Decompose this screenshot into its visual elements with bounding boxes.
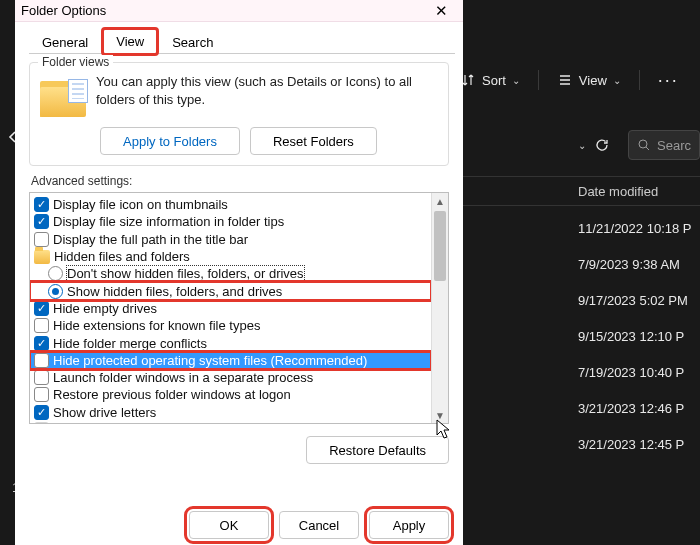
scroll-thumb[interactable] bbox=[434, 211, 446, 281]
refresh-button[interactable] bbox=[594, 132, 610, 158]
advanced-settings-box: Display file icon on thumbnails Display … bbox=[29, 192, 449, 424]
reset-folders-button[interactable]: Reset Folders bbox=[250, 127, 377, 155]
opt-full-path-title[interactable]: Display the full path in the title bar bbox=[30, 231, 431, 248]
ok-button[interactable]: OK bbox=[189, 511, 269, 539]
radio-icon[interactable] bbox=[48, 284, 63, 299]
folder-options-dialog: Folder Options ✕ General View Search Fol… bbox=[15, 0, 463, 545]
sort-label: Sort bbox=[482, 73, 506, 88]
checkbox-icon[interactable] bbox=[34, 353, 49, 368]
view-button[interactable]: View ⌄ bbox=[557, 72, 621, 88]
tab-general[interactable]: General bbox=[29, 30, 101, 54]
opt-hide-extensions[interactable]: Hide extensions for known file types bbox=[30, 317, 431, 334]
radio-icon[interactable] bbox=[48, 266, 63, 281]
opt-display-file-size[interactable]: Display file size information in folder … bbox=[30, 213, 431, 230]
toolbar-divider bbox=[538, 70, 539, 90]
folder-icon bbox=[34, 250, 50, 264]
opt-display-file-icon[interactable]: Display file icon on thumbnails bbox=[30, 196, 431, 213]
dialog-title: Folder Options bbox=[21, 3, 425, 18]
opt-hide-empty-drives[interactable]: Hide empty drives bbox=[30, 300, 431, 317]
opt-dont-show-hidden[interactable]: Don't show hidden files, folders, or dri… bbox=[30, 265, 431, 282]
list-item[interactable]: 3/21/2023 12:45 P bbox=[460, 426, 700, 462]
chevron-down-icon[interactable]: ⌄ bbox=[578, 140, 586, 151]
opt-show-encrypted-color[interactable]: Show encrypted or compressed NTFS files … bbox=[30, 421, 431, 423]
advanced-settings-label: Advanced settings: bbox=[31, 174, 463, 188]
restore-defaults-button[interactable]: Restore Defaults bbox=[306, 436, 449, 464]
tab-search[interactable]: Search bbox=[159, 30, 226, 54]
folder-views-description: You can apply this view (such as Details… bbox=[96, 73, 438, 117]
tab-strip: General View Search bbox=[29, 26, 455, 54]
svg-point-0 bbox=[639, 140, 647, 148]
checkbox-icon[interactable] bbox=[34, 370, 49, 385]
list-item[interactable]: 7/19/2023 10:40 P bbox=[460, 354, 700, 390]
file-list: 11/21/2022 10:18 P 7/9/2023 9:38 AM 9/17… bbox=[460, 210, 700, 462]
tab-view[interactable]: View bbox=[103, 29, 157, 54]
list-item[interactable]: 9/15/2023 12:10 P bbox=[460, 318, 700, 354]
opt-launch-separate-process[interactable]: Launch folder windows in a separate proc… bbox=[30, 369, 431, 386]
folder-icon bbox=[40, 77, 86, 117]
cancel-button[interactable]: Cancel bbox=[279, 511, 359, 539]
opt-hide-protected-os-files[interactable]: Hide protected operating system files (R… bbox=[30, 352, 431, 369]
column-header[interactable]: Date modified bbox=[460, 176, 700, 206]
view-label: View bbox=[579, 73, 607, 88]
sort-button[interactable]: Sort ⌄ bbox=[460, 72, 520, 88]
titlebar[interactable]: Folder Options ✕ bbox=[15, 0, 463, 22]
toolbar-divider bbox=[639, 70, 640, 90]
group-title: Folder views bbox=[38, 55, 113, 69]
opt-show-hidden[interactable]: Show hidden files, folders, and drives bbox=[30, 282, 431, 299]
folder-views-group: Folder views You can apply this view (su… bbox=[29, 62, 449, 166]
list-item[interactable]: 9/17/2023 5:02 PM bbox=[460, 282, 700, 318]
checkbox-icon[interactable] bbox=[34, 232, 49, 247]
list-item[interactable]: 11/21/2022 10:18 P bbox=[460, 210, 700, 246]
search-icon bbox=[637, 138, 651, 152]
settings-tree[interactable]: Display file icon on thumbnails Display … bbox=[30, 193, 431, 423]
search-placeholder: Searc bbox=[657, 138, 691, 153]
apply-button[interactable]: Apply bbox=[369, 511, 449, 539]
list-item[interactable]: 7/9/2023 9:38 AM bbox=[460, 246, 700, 282]
scroll-up-icon[interactable]: ▲ bbox=[432, 193, 448, 209]
list-item[interactable]: 3/21/2023 12:46 P bbox=[460, 390, 700, 426]
opt-restore-previous-windows[interactable]: Restore previous folder windows at logon bbox=[30, 386, 431, 403]
opt-hidden-files-group[interactable]: Hidden files and folders bbox=[30, 248, 431, 265]
scrollbar[interactable]: ▲ ▼ bbox=[431, 193, 448, 423]
checkbox-icon[interactable] bbox=[34, 214, 49, 229]
close-button[interactable]: ✕ bbox=[425, 2, 457, 20]
checkbox-icon[interactable] bbox=[34, 301, 49, 316]
opt-hide-merge-conflicts[interactable]: Hide folder merge conflicts bbox=[30, 334, 431, 351]
more-button[interactable]: ··· bbox=[658, 70, 679, 91]
opt-show-drive-letters[interactable]: Show drive letters bbox=[30, 404, 431, 421]
apply-to-folders-button[interactable]: Apply to Folders bbox=[100, 127, 240, 155]
address-bar-row: ⌄ Searc bbox=[460, 130, 690, 160]
date-modified-header[interactable]: Date modified bbox=[578, 184, 658, 199]
checkbox-icon[interactable] bbox=[34, 405, 49, 420]
explorer-toolbar: Sort ⌄ View ⌄ ··· bbox=[460, 62, 690, 98]
checkbox-icon[interactable] bbox=[34, 336, 49, 351]
scroll-down-icon[interactable]: ▼ bbox=[432, 407, 448, 423]
list-icon bbox=[557, 72, 573, 88]
checkbox-icon[interactable] bbox=[34, 318, 49, 333]
checkbox-icon[interactable] bbox=[34, 197, 49, 212]
checkbox-icon[interactable] bbox=[34, 422, 49, 423]
chevron-down-icon: ⌄ bbox=[512, 75, 520, 86]
chevron-down-icon: ⌄ bbox=[613, 75, 621, 86]
checkbox-icon[interactable] bbox=[34, 387, 49, 402]
search-input[interactable]: Searc bbox=[628, 130, 700, 160]
dialog-footer: OK Cancel Apply bbox=[189, 511, 449, 539]
